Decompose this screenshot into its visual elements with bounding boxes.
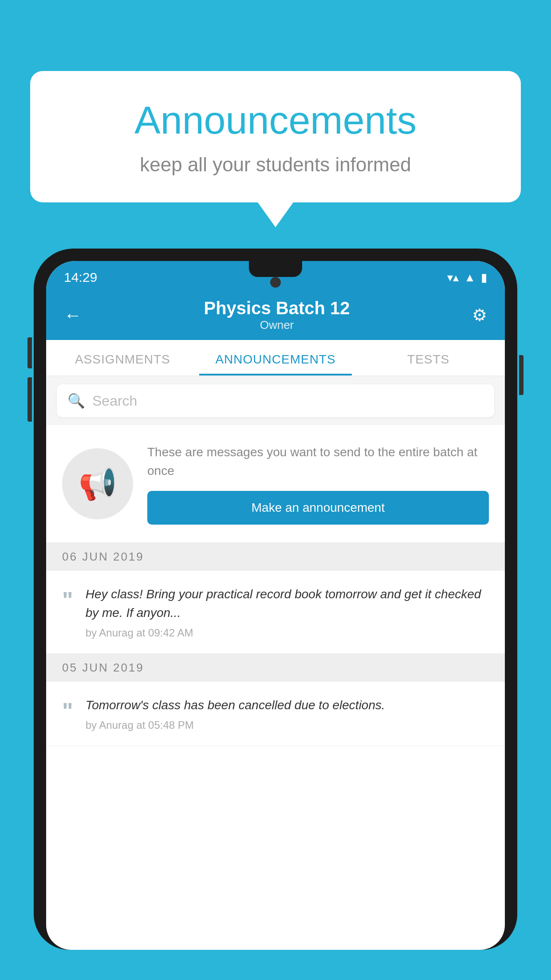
wifi-icon: ▾▴ xyxy=(447,271,459,285)
phone-notch xyxy=(249,261,302,277)
tab-assignments[interactable]: ASSIGNMENTS xyxy=(46,340,199,375)
announcement-description: These are messages you want to send to t… xyxy=(147,443,489,480)
app-bar-subtitle: Owner xyxy=(82,318,472,332)
status-time: 14:29 xyxy=(64,270,97,285)
announcement-content-2: Tomorrow's class has been cancelled due … xyxy=(86,696,489,731)
signal-icon: ▲ xyxy=(464,271,476,285)
announcement-text-2: Tomorrow's class has been cancelled due … xyxy=(86,696,489,715)
front-camera xyxy=(270,277,281,288)
search-icon: 🔍 xyxy=(67,392,85,409)
phone-container: 14:29 ▾▴ ▲ ▮ ← Physics Batch 12 Owner ⚙ … xyxy=(34,249,517,980)
battery-icon: ▮ xyxy=(481,271,487,285)
announcement-item-1: " Hey class! Bring your practical record… xyxy=(46,571,505,654)
app-bar: ← Physics Batch 12 Owner ⚙ xyxy=(46,290,505,340)
announcement-content-1: Hey class! Bring your practical record b… xyxy=(86,585,489,639)
search-bar-wrapper: 🔍 Search xyxy=(46,376,505,425)
speech-bubble: Announcements keep all your students inf… xyxy=(30,71,521,202)
speech-bubble-title: Announcements xyxy=(66,98,485,143)
status-icons: ▾▴ ▲ ▮ xyxy=(447,271,487,285)
phone-outer: 14:29 ▾▴ ▲ ▮ ← Physics Batch 12 Owner ⚙ … xyxy=(34,249,517,950)
megaphone-circle: 📢 xyxy=(62,448,133,519)
back-button[interactable]: ← xyxy=(64,305,82,325)
announcement-right: These are messages you want to send to t… xyxy=(147,443,489,525)
announcement-text-1: Hey class! Bring your practical record b… xyxy=(86,585,489,622)
date-separator-1: 06 JUN 2019 xyxy=(46,543,505,571)
announcement-item-2: " Tomorrow's class has been cancelled du… xyxy=(46,682,505,746)
volume-up-button[interactable] xyxy=(28,337,32,368)
speech-bubble-wrapper: Announcements keep all your students inf… xyxy=(30,71,521,227)
tabs-bar: ASSIGNMENTS ANNOUNCEMENTS TESTS xyxy=(46,340,505,376)
search-placeholder: Search xyxy=(92,393,137,409)
tab-tests[interactable]: TESTS xyxy=(352,340,505,375)
volume-down-button[interactable] xyxy=(28,377,32,422)
announcement-prompt: 📢 These are messages you want to send to… xyxy=(46,425,505,543)
date-separator-2: 05 JUN 2019 xyxy=(46,654,505,682)
speech-bubble-subtitle: keep all your students informed xyxy=(66,154,485,176)
make-announcement-button[interactable]: Make an announcement xyxy=(147,491,489,525)
quote-icon-1: " xyxy=(62,589,73,612)
power-button[interactable] xyxy=(519,355,523,395)
settings-button[interactable]: ⚙ xyxy=(472,305,487,325)
app-bar-title: Physics Batch 12 xyxy=(82,298,472,318)
announcement-meta-2: by Anurag at 05:48 PM xyxy=(86,719,489,731)
search-bar[interactable]: 🔍 Search xyxy=(57,384,494,417)
speech-bubble-tail xyxy=(258,202,293,227)
phone-screen: 14:29 ▾▴ ▲ ▮ ← Physics Batch 12 Owner ⚙ … xyxy=(46,261,505,950)
quote-icon-2: " xyxy=(62,699,73,723)
announcement-meta-1: by Anurag at 09:42 AM xyxy=(86,627,489,639)
tab-announcements[interactable]: ANNOUNCEMENTS xyxy=(199,340,352,375)
app-bar-center: Physics Batch 12 Owner xyxy=(82,298,472,332)
megaphone-icon: 📢 xyxy=(79,466,117,502)
